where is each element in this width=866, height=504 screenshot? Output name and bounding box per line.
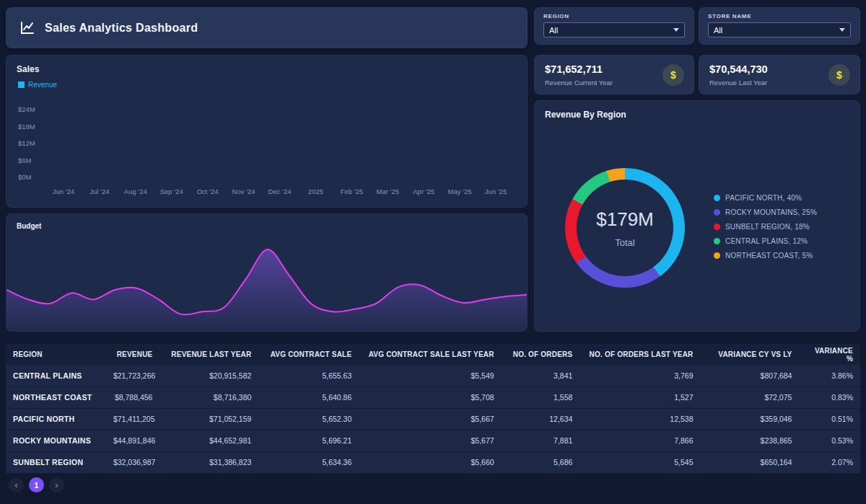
legend-item[interactable]: SUNBELT REGION, 18% xyxy=(714,223,817,231)
y-axis-label: $18M xyxy=(18,122,35,130)
page-title: Sales Analytics Dashboard xyxy=(45,22,198,35)
region-filter-label: REGION xyxy=(543,13,685,19)
value-cell: 2.07% xyxy=(799,451,860,473)
value-cell: $21,723,266 xyxy=(106,365,160,386)
value-cell: 12,538 xyxy=(579,408,700,430)
donut-chart: $179M Total xyxy=(565,168,685,288)
revenue-by-region-card: Revenue By Region $179M Total PACIFIC NO… xyxy=(534,100,860,332)
value-cell: $72,075 xyxy=(700,386,799,408)
value-cell: 3,769 xyxy=(579,365,700,386)
value-cell: 7,866 xyxy=(579,430,700,451)
kpi-revenue-last-year: $70,544,730 Revenue Last Year $ xyxy=(699,55,860,94)
value-cell: 3,841 xyxy=(502,365,580,386)
region-cell: ROCKY MOUNTAINS xyxy=(6,430,106,451)
x-axis-label: Sep '24 xyxy=(154,187,190,195)
value-cell: 0.53% xyxy=(799,430,860,451)
value-cell: $5,677 xyxy=(359,430,501,451)
legend-item[interactable]: CENTRAL PLAINS, 12% xyxy=(714,237,817,245)
legend-dot xyxy=(714,195,720,201)
store-filter-card: STORE NAME All xyxy=(699,7,860,45)
table-body: CENTRAL PLAINS$21,723,266$20,915,5825,65… xyxy=(6,365,860,473)
sales-chart-title: Sales xyxy=(17,64,527,74)
table-row[interactable]: ROCKY MOUNTAINS$44,891,846$44,652,9815,6… xyxy=(6,430,860,451)
value-cell: $5,708 xyxy=(359,386,501,408)
x-axis-label: Jun '25 xyxy=(478,187,514,195)
table-row[interactable]: PACIFIC NORTH$71,411,205$71,052,1595,652… xyxy=(6,408,860,430)
legend-item[interactable]: ROCKY MOUNTAINS, 25% xyxy=(714,208,817,216)
legend-item[interactable]: PACIFIC NORTH, 40% xyxy=(714,194,817,202)
next-page-button[interactable]: › xyxy=(49,477,64,492)
y-axis-label: $12M xyxy=(18,139,35,147)
region-cell: PACIFIC NORTH xyxy=(6,408,106,430)
value-cell: $32,036,987 xyxy=(106,451,160,473)
legend-label: CENTRAL PLAINS, 12% xyxy=(725,237,808,245)
table-row[interactable]: SUNBELT REGION$32,036,987$31,386,8235,63… xyxy=(6,451,860,473)
value-cell: 5,655.63 xyxy=(258,365,359,386)
column-header[interactable]: VARIANCE % xyxy=(799,344,860,365)
x-axis-label: Apr '25 xyxy=(406,187,442,195)
region-filter-card: REGION All xyxy=(534,7,694,45)
budget-area-chart-card: Budget xyxy=(6,213,528,332)
value-cell: $8,788,456 xyxy=(106,386,160,408)
dollar-icon: $ xyxy=(828,64,850,86)
donut-center: $179M Total xyxy=(577,180,673,276)
store-select[interactable]: All xyxy=(708,22,851,37)
legend-label: SUNBELT REGION, 18% xyxy=(725,223,810,231)
value-cell: 12,634 xyxy=(502,408,580,430)
donut-legend: PACIFIC NORTH, 40%ROCKY MOUNTAINS, 25%SU… xyxy=(714,194,817,260)
sales-x-axis: Jun '24Jul '24Aug '24Sep '24Oct '24Nov '… xyxy=(45,187,514,195)
value-cell: $5,667 xyxy=(359,408,501,430)
x-axis-label: May '25 xyxy=(442,187,478,195)
legend-dot xyxy=(714,224,720,230)
column-header[interactable]: AVG CONTRACT SALE LAST YEAR xyxy=(359,344,501,365)
sales-plot xyxy=(45,109,514,177)
legend-item[interactable]: NORTHEAST COAST, 5% xyxy=(714,252,817,260)
region-select[interactable]: All xyxy=(543,22,685,37)
value-cell: 0.51% xyxy=(799,408,860,430)
chevron-down-icon xyxy=(839,28,845,32)
value-cell: 5,545 xyxy=(579,451,700,473)
current-page-button[interactable]: 1 xyxy=(29,477,44,492)
legend-label: PACIFIC NORTH, 40% xyxy=(725,194,802,202)
value-cell: 5,652.30 xyxy=(258,408,359,430)
value-cell: 5,634.36 xyxy=(258,451,359,473)
value-cell: $20,915,582 xyxy=(159,365,258,386)
column-header[interactable]: NO. OF ORDERS xyxy=(502,344,580,365)
value-cell: 3.86% xyxy=(799,365,860,386)
prev-page-button[interactable]: ‹ xyxy=(9,477,24,492)
value-cell: $71,052,159 xyxy=(159,408,258,430)
column-header[interactable]: REVENUE xyxy=(106,344,160,365)
x-axis-label: Dec '24 xyxy=(262,187,298,195)
column-header[interactable]: REVENUE LAST YEAR xyxy=(159,344,258,365)
budget-area-chart[interactable] xyxy=(6,213,528,331)
y-axis-label: $6M xyxy=(18,156,31,164)
legend-dot xyxy=(714,238,720,244)
value-cell: $650,164 xyxy=(700,451,799,473)
budget-fill xyxy=(6,249,528,331)
legend-dot xyxy=(714,209,720,216)
legend-swatch xyxy=(18,81,25,88)
kpi-revenue-current-year: $71,652,711 Revenue Current Year $ xyxy=(534,55,694,94)
value-cell: $5,549 xyxy=(359,365,501,386)
value-cell: 5,640.86 xyxy=(258,386,359,408)
line-chart-icon xyxy=(19,20,35,36)
column-header[interactable]: NO. OF ORDERS LAST YEAR xyxy=(579,344,700,365)
column-header[interactable]: VARIANCE CY VS LY xyxy=(700,344,799,365)
legend-dot xyxy=(714,252,720,259)
region-table: REGIONREVENUEREVENUE LAST YEARAVG CONTRA… xyxy=(6,344,860,474)
column-header[interactable]: REGION xyxy=(6,344,106,365)
sales-y-axis: $24M$18M$12M$6M$0M xyxy=(18,109,43,177)
column-header[interactable]: AVG CONTRACT SALE xyxy=(258,344,359,365)
value-cell: $44,891,846 xyxy=(106,430,160,451)
y-axis-label: $24M xyxy=(18,105,35,113)
table-row[interactable]: NORTHEAST COAST$8,788,456$8,716,3805,640… xyxy=(6,386,860,408)
value-cell: $44,652,981 xyxy=(159,430,258,451)
x-axis-label: Feb '25 xyxy=(333,187,369,195)
table-row[interactable]: CENTRAL PLAINS$21,723,266$20,915,5825,65… xyxy=(6,365,860,386)
x-axis-label: Nov '24 xyxy=(226,187,262,195)
value-cell: 1,527 xyxy=(579,386,700,408)
x-axis-label: Jul '24 xyxy=(82,187,118,195)
legend-label: ROCKY MOUNTAINS, 25% xyxy=(725,208,817,216)
donut-chart-title: Revenue By Region xyxy=(545,110,860,120)
value-cell: 5,686 xyxy=(502,451,580,473)
